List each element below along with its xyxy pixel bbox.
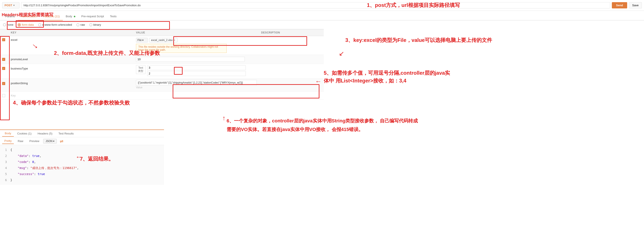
val-data: true <box>32 154 40 158</box>
tab-params[interactable]: Params <box>2 12 18 20</box>
code-line-1: 1 { <box>3 147 161 153</box>
excel-file-row: File ▾ excel_ceshi_2.xlsx ✕ <box>136 38 257 42</box>
format-arrow: ▾ <box>53 140 54 143</box>
file-name: excel_ceshi_2.xlsx <box>151 39 173 42</box>
resp-tab-body[interactable]: Body <box>2 130 14 137</box>
body-dot <box>74 16 75 17</box>
key-data: "data" <box>18 154 29 158</box>
resp-tab-headers[interactable]: Headers (5) <box>35 130 55 136</box>
opt-formdata[interactable]: form-data <box>18 23 34 26</box>
code-line-3: 3 "code": 0, <box>3 159 161 165</box>
key-success: "success" <box>18 172 34 176</box>
form-rows: ✓ excel File ▾ excel_ceshi_2.xlsx ✕ This… <box>0 36 324 100</box>
tab-prerequest[interactable]: Pre-request Script <box>78 12 107 20</box>
ann6: 6、一个复杂的对象，controller层的java实体中用String类型接收… <box>226 116 421 134</box>
resp-tab-testresults[interactable]: Test Results <box>56 130 76 136</box>
empty-key-cell[interactable]: Key <box>9 92 134 100</box>
urlencoded-label: x-www-form-urlencoded <box>42 23 72 26</box>
radio-none <box>3 23 6 26</box>
send-button[interactable]: Send <box>612 2 628 8</box>
code5: "success": true <box>10 171 45 177</box>
opt-raw[interactable]: raw <box>76 23 85 26</box>
save-button[interactable]: Save <box>629 2 642 8</box>
raw-label: raw <box>80 23 85 26</box>
promotelevel-input[interactable] <box>136 57 245 62</box>
positionstring-checkbox[interactable]: ✓ <box>2 82 5 85</box>
view-pretty[interactable]: Pretty <box>2 138 14 144</box>
ann5: 5、如需传多个值，可用逗号分隔,controller层的java实体中 用Lis… <box>324 69 453 84</box>
radio-formdata <box>18 23 21 26</box>
col-desc-header: DESCRIPTION <box>259 31 324 34</box>
key-msg: "msg" <box>18 166 27 170</box>
tabs-bar: Params Authorization Headers (11) Body P… <box>0 11 644 20</box>
method-label: POST <box>4 4 12 7</box>
tab-body[interactable]: Body <box>63 12 78 20</box>
view-raw[interactable]: Raw <box>16 138 26 144</box>
form-row-businesstype: ✓ businessType Text 类型 <box>0 64 324 78</box>
response-code: 1 { 2 "data": true, 3 "code": 0, 4 "msg"… <box>0 145 164 185</box>
promotelevel-key-cell: promoteLevel <box>9 55 134 64</box>
opt-none[interactable]: none <box>3 23 14 26</box>
positionstring-checkbox-cell: ✓ <box>0 78 9 91</box>
promotelevel-checkbox[interactable]: ✓ <box>2 58 5 61</box>
body-type-row: none form-data x-www-form-urlencoded raw… <box>0 20 324 29</box>
excel-desc-cell <box>259 36 324 54</box>
resp-tab-cookies[interactable]: Cookies (1) <box>15 130 34 136</box>
form-row-excel: ✓ excel File ▾ excel_ceshi_2.xlsx ✕ This… <box>0 36 324 55</box>
tab-tests[interactable]: Tests <box>107 12 120 20</box>
file-remove-btn[interactable]: ✕ <box>174 39 176 42</box>
col-value-header: VALUE <box>134 31 259 34</box>
radio-urlencoded <box>38 23 41 26</box>
positionstring-key-cell: positionString <box>9 78 134 91</box>
text-label-1: Text <box>138 66 143 69</box>
format-btn[interactable]: ⇌ <box>58 138 65 144</box>
ln5: 5 <box>3 171 7 177</box>
formdata-label: form-data <box>22 23 34 26</box>
ln1: 1 <box>3 147 7 153</box>
method-dropdown[interactable]: POST ▾ <box>2 2 20 8</box>
businesstype-checkbox[interactable]: ✓ <box>2 67 5 70</box>
value-placeholder: Value <box>136 86 257 89</box>
url-bar: POST ▾ Send Save <box>0 0 644 11</box>
opt-binary[interactable]: binary <box>89 23 101 26</box>
excel-checkbox[interactable]: ✓ <box>2 38 5 41</box>
empty-checkbox-cell <box>0 92 9 100</box>
ln2: 2 <box>3 153 7 159</box>
file-type-dropdown[interactable]: File ▾ <box>136 38 148 42</box>
binary-label: binary <box>94 23 101 26</box>
code-line-4: 4 "msg": "成功上传，批次号为：1196617", <box>3 165 161 171</box>
url-input[interactable] <box>21 2 610 8</box>
businesstype-value-bottom[interactable] <box>147 71 246 76</box>
val-code: 0 <box>32 160 34 164</box>
dropdown-arrow: ▾ <box>14 4 14 6</box>
businesstype-key-cell: businessType <box>9 64 134 78</box>
col-key-header: KEY <box>9 31 134 34</box>
positionstring-desc-cell <box>259 78 324 91</box>
format-selector[interactable]: JSON ▾ <box>43 139 57 144</box>
file-warning: This file resides outside the working di… <box>136 44 226 53</box>
ann6-arrow: ↑ <box>222 114 226 122</box>
ln6: 6 <box>3 177 7 183</box>
positionstring-value[interactable]: [{"positionId":1,"regionIds":[1],"shippi… <box>136 80 257 86</box>
empty-checkbox[interactable] <box>2 94 5 97</box>
text-label-2: 类型 <box>138 69 143 73</box>
tab-headers[interactable]: Headers (11) <box>40 12 63 20</box>
tab-authorization[interactable]: Authorization <box>18 12 40 20</box>
promotelevel-desc-cell <box>259 55 324 64</box>
code4: "msg": "成功上传，批次号为：1196617", <box>10 165 79 171</box>
code2: "data": true, <box>10 153 41 159</box>
businesstype-value-cell: Text 类型 <box>134 64 259 78</box>
businesstype-value-top[interactable] <box>147 65 246 70</box>
code1: { <box>10 147 12 153</box>
form-row-promotelevel: ✓ promoteLevel <box>0 55 324 64</box>
businesstype-desc-cell <box>259 64 324 78</box>
ann4: 4、确保每个参数处于勾选状态，不然参数校验失败 <box>13 99 130 106</box>
businesstype-checkbox-cell: ✓ <box>0 64 9 78</box>
code6: } <box>10 177 12 183</box>
code-line-2: 2 "data": true, <box>3 153 161 159</box>
positionstring-value-cell: [{"positionId":1,"regionIds":[1],"shippi… <box>134 78 259 91</box>
empty-desc-cell <box>259 92 324 100</box>
opt-urlencoded[interactable]: x-www-form-urlencoded <box>38 23 72 26</box>
empty-value-cell <box>134 92 259 100</box>
view-preview[interactable]: Preview <box>27 138 42 144</box>
